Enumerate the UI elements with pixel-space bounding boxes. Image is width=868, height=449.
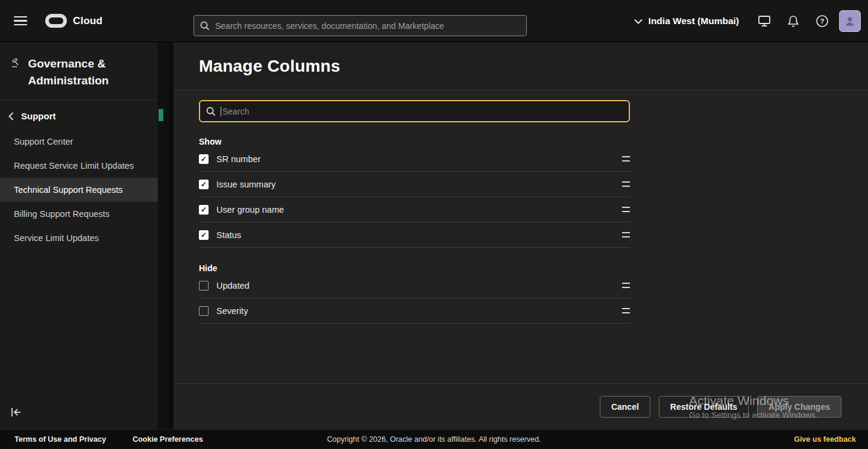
collapse-sidebar-button[interactable] [11, 407, 22, 419]
governance-icon [11, 55, 20, 70]
person-icon [844, 15, 856, 27]
columns-wrap: Show SR number Issue summary User group … [199, 100, 630, 324]
global-search[interactable] [193, 15, 527, 36]
sidebar-item-service-limit-updates[interactable]: Service Limit Updates [0, 226, 158, 250]
sidebar-title-text: Governance & Administration [28, 55, 148, 89]
drag-handle-icon[interactable] [622, 308, 630, 313]
column-label: Severity [216, 306, 622, 316]
apply-changes-button[interactable]: Apply Changes [757, 396, 841, 418]
checkbox[interactable] [199, 306, 209, 316]
bell-icon [787, 15, 799, 28]
help-button[interactable]: ? [810, 9, 834, 33]
cancel-button[interactable]: Cancel [600, 396, 650, 418]
topbar: Cloud India West (Mumbai) [0, 0, 868, 42]
column-row: Issue summary [199, 172, 630, 197]
region-label: India West (Mumbai) [649, 16, 739, 27]
column-label: Status [216, 230, 622, 240]
column-row: Severity [199, 298, 630, 324]
column-row: Status [199, 222, 630, 248]
sidebar-item-technical-support-requests[interactable]: Technical Support Requests [0, 178, 158, 202]
sidebar-nav: Support Center Request Service Limit Upd… [0, 130, 158, 250]
chevron-down-icon [634, 19, 643, 24]
checkbox[interactable] [199, 281, 209, 290]
checkbox[interactable] [199, 205, 209, 215]
scroll-indicator[interactable] [159, 109, 163, 121]
footer-links: Terms of Use and Privacy Cookie Preferen… [14, 435, 203, 444]
column-label: User group name [216, 205, 622, 215]
column-label: SR number [216, 154, 622, 164]
restore-defaults-button[interactable]: Restore Defaults [659, 396, 749, 418]
announcements-button[interactable] [752, 9, 776, 33]
hide-group-label: Hide [199, 263, 630, 273]
checkbox[interactable] [199, 154, 209, 164]
terms-link[interactable]: Terms of Use and Privacy [14, 435, 106, 444]
checkbox[interactable] [199, 230, 209, 240]
oracle-logo-icon [45, 14, 67, 28]
drag-handle-icon[interactable] [622, 207, 630, 212]
panel-title: Manage Columns [199, 57, 341, 76]
column-search-input[interactable] [221, 107, 623, 116]
region-selector[interactable]: India West (Mumbai) [634, 16, 739, 27]
manage-columns-panel: Manage Columns Show SR number [174, 42, 868, 429]
topbar-right: India West (Mumbai) ? [634, 0, 861, 42]
panel-header: Manage Columns [174, 42, 868, 90]
monitor-icon [758, 15, 771, 27]
question-icon: ? [816, 14, 829, 28]
panel-footer: Cancel Restore Defaults Apply Changes [174, 383, 868, 429]
column-row: Updated [199, 273, 630, 298]
dimmed-page-strip [159, 42, 174, 429]
sidebar-back-label: Support [21, 111, 56, 121]
user-avatar[interactable] [839, 10, 861, 32]
drag-handle-icon[interactable] [622, 181, 630, 187]
cookie-preferences-link[interactable]: Cookie Preferences [133, 435, 203, 444]
brand-name: Cloud [73, 15, 102, 27]
show-group-label: Show [199, 137, 630, 146]
column-label: Updated [216, 281, 622, 290]
sidebar-back-support[interactable]: Support [0, 100, 158, 130]
column-row: User group name [199, 197, 630, 222]
column-label: Issue summary [216, 180, 622, 189]
content: Governance & Administration Support Supp… [0, 42, 868, 429]
search-icon [200, 21, 210, 31]
sidebar-item-request-service-limit-updates[interactable]: Request Service Limit Updates [0, 154, 158, 178]
sidebar-item-billing-support-requests[interactable]: Billing Support Requests [0, 202, 158, 226]
collapse-sidebar-icon [11, 407, 22, 417]
notifications-button[interactable] [781, 9, 805, 33]
hamburger-bars [14, 14, 27, 28]
oracle-cloud-console: Cloud India West (Mumbai) [0, 0, 868, 449]
drag-handle-icon[interactable] [622, 156, 630, 162]
drag-handle-icon[interactable] [622, 283, 630, 288]
chevron-left-icon [8, 112, 14, 121]
brand[interactable]: Cloud [45, 14, 102, 28]
sidebar-item-support-center[interactable]: Support Center [0, 130, 158, 154]
global-search-input[interactable] [215, 21, 520, 31]
drag-handle-icon[interactable] [622, 232, 630, 237]
column-search[interactable] [199, 100, 630, 122]
page-footer: Copyright © 2026, Oracle and/or its affi… [0, 429, 868, 449]
svg-text:?: ? [820, 17, 824, 25]
hamburger-menu-icon[interactable] [7, 7, 34, 35]
give-feedback-link[interactable]: Give us feedback [794, 435, 856, 444]
sidebar: Governance & Administration Support Supp… [0, 42, 159, 429]
checkbox[interactable] [199, 180, 209, 189]
column-row: SR number [199, 146, 630, 172]
search-icon [206, 107, 216, 116]
panel-body: Show SR number Issue summary User group … [174, 90, 868, 383]
sidebar-section-title: Governance & Administration [0, 42, 158, 100]
